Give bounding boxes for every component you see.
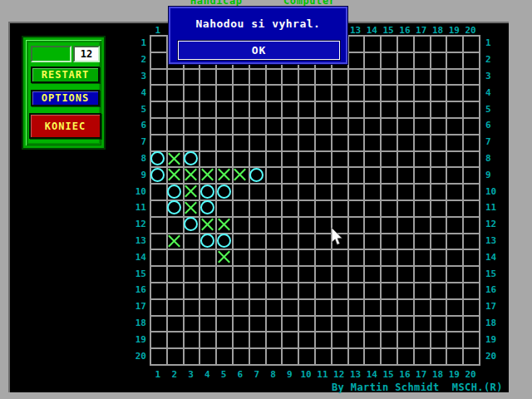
row-label-right: 3: [485, 71, 507, 81]
win-dialog-message: Nahodou si vyhral.: [170, 17, 346, 30]
row-label-right: 5: [485, 104, 507, 115]
row-label-right: 15: [485, 268, 507, 279]
mark-x: [200, 217, 214, 231]
row-label-left: 17: [125, 301, 146, 312]
quit-button[interactable]: KONIEC: [29, 113, 101, 139]
row-label-left: 10: [125, 186, 146, 197]
mark-x: [167, 234, 181, 248]
mark-x: [200, 168, 214, 182]
col-label-top: 20: [460, 25, 481, 36]
header-right-text: Computer: [283, 0, 336, 6]
row-label-right: 13: [485, 235, 507, 246]
options-button-label: OPTIONS: [42, 92, 90, 104]
mark-x: [184, 185, 198, 199]
row-label-right: 20: [485, 351, 507, 362]
options-button[interactable]: OPTIONS: [31, 90, 100, 106]
row-label-right: 7: [485, 136, 507, 147]
col-label-bottom: 20: [460, 369, 481, 380]
row-label-left: 2: [125, 54, 146, 65]
row-label-right: 14: [485, 252, 507, 263]
mark-o: [217, 234, 231, 248]
row-label-left: 19: [125, 334, 146, 345]
restart-button[interactable]: RESTART: [31, 66, 100, 83]
credit-text: By Martin Schmidt MSCH.(R): [332, 382, 503, 393]
row-label-left: 6: [125, 120, 146, 131]
mark-o: [217, 185, 231, 199]
game-screen: Handicap Computer 12 RESTART OPTIONS KON…: [0, 0, 532, 399]
row-label-left: 1: [125, 37, 146, 48]
move-counter: 12: [73, 46, 100, 62]
row-label-left: 3: [125, 71, 146, 81]
row-label-left: 13: [125, 235, 146, 246]
row-label-left: 11: [125, 202, 146, 213]
row-label-left: 12: [125, 219, 146, 229]
game-board-grid[interactable]: [150, 35, 480, 366]
row-label-left: 14: [125, 252, 146, 263]
row-label-right: 2: [485, 54, 507, 65]
mark-o: [249, 168, 264, 182]
row-label-right: 18: [485, 318, 507, 328]
mark-x: [217, 168, 231, 182]
mouse-cursor-icon: [331, 228, 343, 246]
mark-x: [233, 168, 247, 182]
restart-button-label: RESTART: [42, 69, 90, 81]
row-label-right: 12: [485, 219, 507, 229]
header-right-label: Computer: [283, 0, 336, 6]
mark-o: [184, 151, 198, 165]
mark-x: [217, 250, 231, 264]
row-label-left: 7: [125, 136, 146, 147]
row-label-left: 8: [125, 153, 146, 164]
win-dialog: Nahodou si vyhral. OK: [169, 7, 347, 64]
row-label-left: 5: [125, 104, 146, 115]
row-label-left: 20: [125, 351, 146, 362]
mark-o: [200, 234, 214, 248]
row-label-left: 4: [125, 87, 146, 98]
header-left-label: Handicap: [190, 0, 243, 6]
quit-button-label: KONIEC: [45, 121, 86, 132]
row-label-left: 9: [125, 170, 146, 180]
row-label-right: 8: [485, 153, 507, 164]
row-label-left: 16: [125, 284, 146, 295]
row-label-right: 4: [485, 87, 507, 98]
menu-panel: 12 RESTART OPTIONS KONIEC: [23, 37, 104, 148]
mark-x: [217, 217, 231, 231]
mark-x: [184, 168, 198, 182]
ok-button[interactable]: OK: [178, 41, 340, 60]
move-counter-value: 12: [81, 48, 92, 60]
row-label-right: 9: [485, 170, 507, 180]
row-label-right: 10: [485, 186, 507, 197]
row-label-left: 18: [125, 318, 146, 328]
row-label-right: 11: [485, 202, 507, 213]
score-slot: [31, 46, 71, 62]
row-label-right: 16: [485, 284, 507, 295]
mark-x: [167, 151, 181, 165]
header-left-text: Handicap: [190, 0, 243, 6]
ok-button-label: OK: [252, 44, 267, 57]
row-label-right: 17: [485, 301, 507, 312]
mark-o: [200, 185, 214, 199]
row-label-right: 6: [485, 120, 507, 131]
mark-o: [167, 185, 181, 199]
mark-x: [167, 168, 181, 182]
row-label-right: 19: [485, 334, 507, 345]
row-label-left: 15: [125, 268, 146, 279]
mark-x: [184, 200, 198, 214]
row-label-right: 1: [485, 37, 507, 48]
